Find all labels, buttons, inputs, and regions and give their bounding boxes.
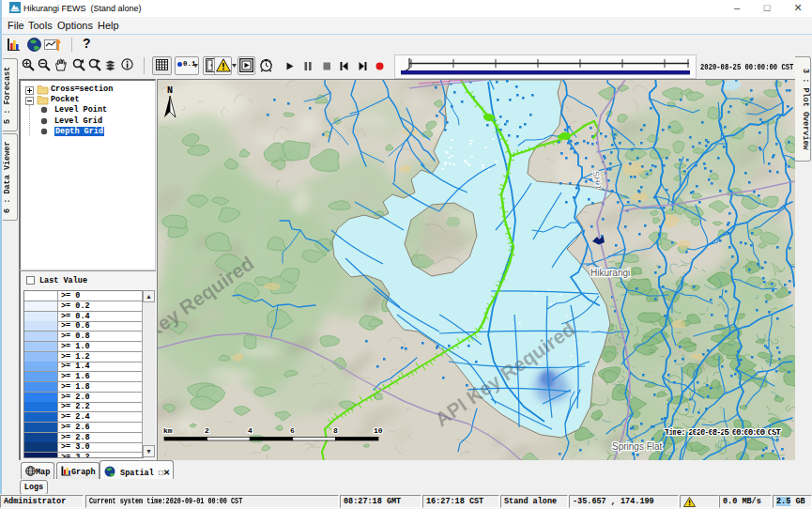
svg-text:6: 6 (290, 426, 295, 435)
svg-text:2: 2 (205, 426, 209, 435)
svg-text:4: 4 (248, 426, 253, 435)
svg-text:8: 8 (333, 426, 338, 435)
svg-text:10: 10 (374, 426, 383, 435)
svg-text:N: N (167, 85, 173, 96)
svg-text:km: km (163, 426, 173, 435)
svg-text:Time: 2020-08-25 00:00:00 CST: Time: 2020-08-25 00:00:00 CST (665, 427, 781, 438)
svg-text:Springs Flat: Springs Flat (612, 441, 663, 452)
svg-text:Hikurangi: Hikurangi (590, 268, 630, 278)
